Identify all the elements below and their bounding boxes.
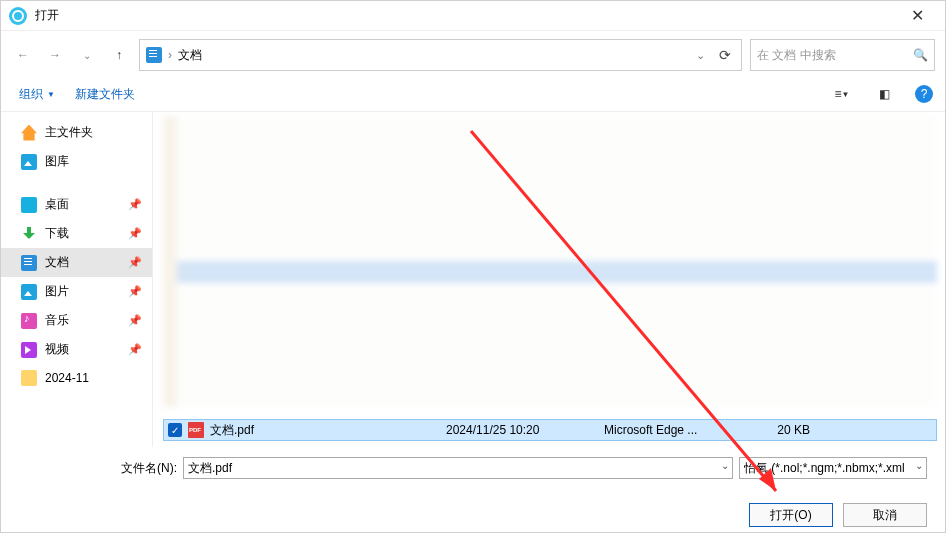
pin-icon: 📌 — [128, 256, 142, 269]
address-history-dropdown[interactable]: ⌄ — [692, 45, 709, 66]
search-input[interactable]: 在 文档 中搜索 🔍 — [750, 39, 935, 71]
sidebar-item-label: 文档 — [45, 254, 69, 271]
filetype-filter[interactable] — [739, 457, 927, 479]
sidebar-item-videos[interactable]: 视频 📌 — [1, 335, 152, 364]
breadcrumb-current[interactable]: 文档 — [178, 47, 202, 64]
sidebar-item-label: 下载 — [45, 225, 69, 242]
pin-icon: 📌 — [128, 314, 142, 327]
refresh-icon[interactable]: ⟳ — [715, 43, 735, 67]
sidebar-item-label: 2024-11 — [45, 371, 89, 385]
file-date: 2024/11/25 10:20 — [446, 423, 598, 437]
toolbar: 组织 ▼ 新建文件夹 ≡ ▼ ◧ ? — [1, 79, 945, 112]
music-icon — [21, 313, 37, 329]
forward-button[interactable]: → — [43, 43, 67, 67]
file-type: Microsoft Edge ... — [604, 423, 754, 437]
sidebar-item-label: 视频 — [45, 341, 69, 358]
filename-input[interactable] — [183, 457, 733, 479]
sidebar-item-home[interactable]: 主文件夹 — [1, 118, 152, 147]
sidebar-item-desktop[interactable]: 桌面 📌 — [1, 190, 152, 219]
organize-menu[interactable]: 组织 ▼ — [19, 86, 55, 103]
folder-icon — [21, 370, 37, 386]
view-menu[interactable]: ≡ ▼ — [831, 83, 853, 105]
chevron-down-icon: ▼ — [47, 90, 55, 99]
nav-row: ← → ⌄ ↑ › 文档 ⌄ ⟳ 在 文档 中搜索 🔍 — [1, 31, 945, 79]
sidebar-item-downloads[interactable]: 下载 📌 — [1, 219, 152, 248]
search-icon: 🔍 — [913, 48, 928, 62]
blurred-content — [163, 116, 937, 407]
pin-icon: 📌 — [128, 343, 142, 356]
sidebar-item-label: 主文件夹 — [45, 124, 93, 141]
new-folder-label: 新建文件夹 — [75, 86, 135, 103]
documents-icon — [21, 255, 37, 271]
up-button[interactable]: ↑ — [107, 43, 131, 67]
sidebar-item-label: 图库 — [45, 153, 69, 170]
location-icon — [146, 47, 162, 63]
open-button[interactable]: 打开(O) — [749, 503, 833, 527]
sidebar-item-pictures[interactable]: 图片 📌 — [1, 277, 152, 306]
download-icon — [21, 226, 37, 242]
title-bar: 打开 ✕ — [1, 1, 945, 31]
sidebar-item-label: 桌面 — [45, 196, 69, 213]
organize-label: 组织 — [19, 86, 43, 103]
file-name: 文档.pdf — [210, 422, 440, 439]
recent-dropdown[interactable]: ⌄ — [75, 43, 99, 67]
pin-icon: 📌 — [128, 285, 142, 298]
sidebar-item-label: 音乐 — [45, 312, 69, 329]
preview-pane-toggle[interactable]: ◧ — [873, 83, 895, 105]
sidebar-item-music[interactable]: 音乐 📌 — [1, 306, 152, 335]
pdf-icon: PDF — [188, 422, 204, 438]
pin-icon: 📌 — [128, 227, 142, 240]
sidebar-item-documents[interactable]: 文档 📌 — [1, 248, 152, 277]
pictures-icon — [21, 284, 37, 300]
dialog-title: 打开 — [35, 7, 59, 24]
desktop-icon — [21, 197, 37, 213]
file-row[interactable]: ✓ PDF 文档.pdf 2024/11/25 10:20 Microsoft … — [163, 419, 937, 441]
sidebar: 主文件夹 图库 桌面 📌 下载 📌 文档 📌 图片 📌 音 — [1, 112, 153, 447]
file-list-pane[interactable]: ✓ PDF 文档.pdf 2024/11/25 10:20 Microsoft … — [153, 112, 945, 447]
sidebar-item-gallery[interactable]: 图库 — [1, 147, 152, 176]
close-icon[interactable]: ✕ — [897, 6, 937, 25]
new-folder-button[interactable]: 新建文件夹 — [75, 86, 135, 103]
dialog-footer: 文件名(N): ⌄ ⌄ 打开(O) 取消 — [1, 447, 945, 533]
cancel-button[interactable]: 取消 — [843, 503, 927, 527]
help-icon[interactable]: ? — [915, 85, 933, 103]
address-bar[interactable]: › 文档 ⌄ ⟳ — [139, 39, 742, 71]
checkbox-checked-icon[interactable]: ✓ — [168, 423, 182, 437]
home-icon — [21, 125, 37, 141]
sidebar-item-label: 图片 — [45, 283, 69, 300]
search-placeholder: 在 文档 中搜索 — [757, 47, 836, 64]
gallery-icon — [21, 154, 37, 170]
videos-icon — [21, 342, 37, 358]
chevron-right-icon: › — [168, 48, 172, 62]
app-icon — [9, 7, 27, 25]
file-size: 20 KB — [760, 423, 816, 437]
back-button[interactable]: ← — [11, 43, 35, 67]
pin-icon: 📌 — [128, 198, 142, 211]
filename-label: 文件名(N): — [121, 460, 177, 477]
sidebar-item-folder[interactable]: 2024-11 — [1, 364, 152, 392]
